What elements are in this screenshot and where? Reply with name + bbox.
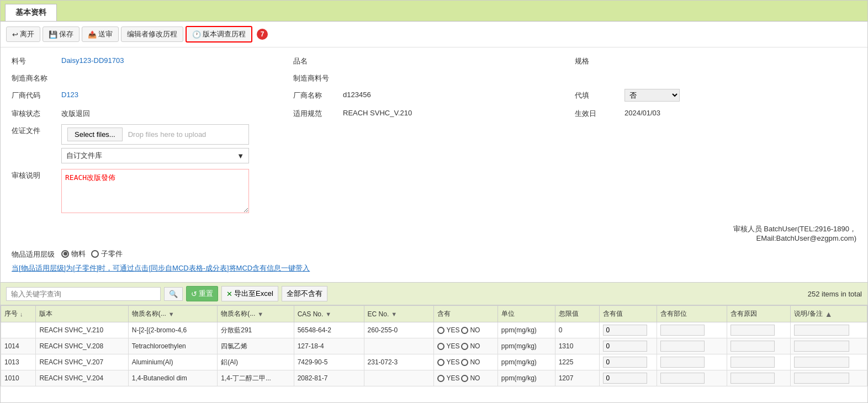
th-ec-no: EC No. ▼ xyxy=(364,306,434,322)
cell-ec-no xyxy=(364,370,434,386)
th-seq: 序号 ↓ xyxy=(1,306,36,322)
filter-icon-cas[interactable]: ▼ xyxy=(325,311,331,317)
remark-input[interactable] xyxy=(794,325,849,336)
cell-ec-no xyxy=(364,338,434,354)
cell-unit: ppm(mg/kg) xyxy=(497,338,555,354)
radio-group: 物料 子零件 xyxy=(61,249,123,259)
content-val-input[interactable] xyxy=(603,325,647,336)
shi-yong-block: 适用规范 REACH SVHC_V.210 xyxy=(293,107,575,119)
radio-no-circle xyxy=(461,343,468,350)
reset-button[interactable]: ↺ 重置 xyxy=(186,286,218,301)
shen-he-label: 审核状态 xyxy=(12,107,61,119)
search-bar: 🔍 ↺ 重置 ✕ 导出至Excel 全部不含有 252 items in tot… xyxy=(1,282,867,305)
radio-no-circle xyxy=(461,327,468,334)
table-header-row: 序号 ↓ 版本 物质名称(... ▼ xyxy=(1,306,867,322)
reject-all-button[interactable]: 全部不含有 xyxy=(282,286,327,301)
cell-hanyu: YES NO xyxy=(434,370,497,386)
badge-count: 7 xyxy=(257,29,268,40)
radio-yes-circle xyxy=(437,359,444,366)
leave-button[interactable]: ↩ 离开 xyxy=(6,26,40,42)
content-val-input[interactable] xyxy=(603,357,647,368)
cell-substance-abbr: Tetrachloroethylen xyxy=(128,338,218,354)
reason-input[interactable] xyxy=(731,325,775,336)
expand-icon[interactable]: ▲ xyxy=(825,310,833,319)
export-button[interactable]: ✕ 导出至Excel xyxy=(221,286,278,301)
cell-reason xyxy=(727,370,791,386)
cell-seq: 1013 xyxy=(1,354,36,370)
radio-yes-circle xyxy=(437,343,444,350)
reason-input[interactable] xyxy=(731,357,775,368)
select-files-button[interactable]: Select files... xyxy=(67,128,123,141)
shen-he-shuo-ming-block: 审核说明 REACH改版發佈 xyxy=(12,169,733,213)
search-button[interactable]: 🔍 xyxy=(164,287,183,301)
table-row: 1014 REACH SVHC_V.208 Tetrachloroethylen… xyxy=(1,338,867,354)
leave-icon: ↩ xyxy=(12,30,18,39)
content-val-input[interactable] xyxy=(603,373,647,384)
cell-threshold: 1225 xyxy=(555,354,600,370)
custom-lib-select[interactable]: 自订文件库 ▼ xyxy=(61,148,249,163)
cell-cas-no: 2082-81-7 xyxy=(294,370,364,386)
yes-no-cell: YES NO xyxy=(437,326,494,334)
shi-yong-label: 适用规范 xyxy=(293,107,343,119)
cell-hanyu: YES NO xyxy=(434,338,497,354)
submit-button[interactable]: 📤 送审 xyxy=(82,26,119,42)
reason-input[interactable] xyxy=(731,341,775,352)
chevron-down-icon: ▼ xyxy=(237,152,244,160)
cell-remark xyxy=(791,370,867,386)
reviewer-block: 审核人员 BatchUser(TEL:2916-1890， EMail:Batc… xyxy=(733,169,856,242)
remark-input[interactable] xyxy=(794,373,849,384)
audit-textarea[interactable]: REACH改版發佈 xyxy=(61,169,249,213)
shen-he-value: 改版退回 xyxy=(61,107,90,119)
zhi-zao-shang-block: 制造商名称 xyxy=(12,72,293,83)
reviewer-label: 审核人员 xyxy=(733,223,762,233)
edit-history-button[interactable]: 编辑者修改历程 xyxy=(121,26,183,42)
radio-yes-circle xyxy=(437,327,444,334)
th-cas-no: CAS No. ▼ xyxy=(294,306,364,322)
content-part-input[interactable] xyxy=(660,341,705,352)
radio-sub-circle xyxy=(91,250,99,258)
th-threshold: 忽限值 xyxy=(555,306,600,322)
cell-cas-no: 127-18-4 xyxy=(294,338,364,354)
cell-content-part xyxy=(657,354,727,370)
sort-icon-seq[interactable]: ↓ xyxy=(20,311,23,317)
remark-input[interactable] xyxy=(794,341,849,352)
cell-substance-abbr: Aluminium(Al) xyxy=(128,354,218,370)
filter-icon-substance-abbr[interactable]: ▼ xyxy=(168,311,174,317)
reason-input[interactable] xyxy=(731,373,775,384)
dai-tian-select[interactable]: 否 是 xyxy=(624,89,680,102)
content-val-input[interactable] xyxy=(603,341,647,352)
dai-tian-block: 代填 否 是 xyxy=(575,89,856,102)
th-unit: 单位 xyxy=(497,306,555,322)
pin-ming-label: 品名 xyxy=(293,55,343,66)
dai-tian-label: 代填 xyxy=(575,89,624,100)
filter-icon-ec[interactable]: ▼ xyxy=(391,311,397,317)
save-button[interactable]: 💾 保存 xyxy=(43,26,80,42)
sync-link[interactable]: 当[物品适用层级]为[子零件]时，可通过点击[同步自MCD表格-成分表]将MCD… xyxy=(12,264,310,272)
form-row-3: 厂商代码 D123 厂商名称 d123456 代填 否 是 xyxy=(1,86,867,104)
th-content-val: 含有值 xyxy=(600,306,657,322)
remark-input[interactable] xyxy=(794,357,849,368)
chang-shang-name-block: 厂商名称 d123456 xyxy=(293,89,575,100)
file-upload-box: Select files... Drop files here to uploa… xyxy=(61,124,249,145)
radio-sub[interactable]: 子零件 xyxy=(91,249,123,259)
cell-reason xyxy=(727,338,791,354)
cell-seq xyxy=(1,322,36,338)
data-table: 序号 ↓ 版本 物质名称(... ▼ xyxy=(1,305,867,386)
content-part-input[interactable] xyxy=(660,357,705,368)
form-row-5: 佐证文件 Select files... Drop files here to … xyxy=(1,121,867,166)
cell-unit: ppm(mg/kg) xyxy=(497,322,555,338)
content-part-input[interactable] xyxy=(660,373,705,384)
radio-material[interactable]: 物料 xyxy=(61,249,86,259)
search-input[interactable] xyxy=(6,287,161,301)
content-part-input[interactable] xyxy=(660,325,705,336)
reviewer-value: BatchUser(TEL:2916-1890， EMail:BatchUser… xyxy=(756,223,856,242)
filter-icon-substance-full[interactable]: ▼ xyxy=(257,311,263,317)
th-content-part: 含有部位 xyxy=(657,306,727,322)
cell-reason xyxy=(727,322,791,338)
cell-content-val xyxy=(600,338,657,354)
version-history-button[interactable]: 🕐 版本调查历程 xyxy=(186,26,252,43)
cell-unit: ppm(mg/kg) xyxy=(497,370,555,386)
tab-basic-info[interactable]: 基本资料 xyxy=(5,4,57,21)
cell-substance-full: 鋁(Al) xyxy=(218,354,294,370)
chang-shang-code-label: 厂商代码 xyxy=(12,89,61,100)
